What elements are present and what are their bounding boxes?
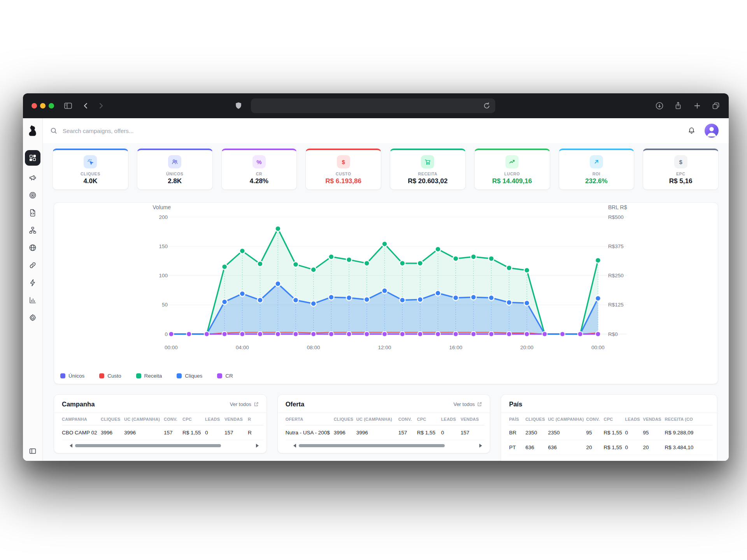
- user-avatar[interactable]: [705, 124, 719, 138]
- ver-todos-link[interactable]: Ver todos: [453, 401, 482, 407]
- notifications-button[interactable]: [687, 126, 696, 135]
- kpi-value: R$ 6.193,86: [325, 177, 361, 185]
- scroll-left-arrow[interactable]: [293, 444, 296, 448]
- target-icon: [28, 191, 37, 200]
- megaphone-icon: [28, 173, 37, 182]
- kpi-label: ÚNICOS: [166, 172, 183, 176]
- legend-swatch: [136, 373, 141, 378]
- kpi-card-roi: ROI 232.6%: [559, 149, 635, 190]
- sidebar-item-landers[interactable]: [25, 204, 40, 221]
- scroll-right-arrow[interactable]: [479, 444, 482, 448]
- app-body: CLIQUES 4.0K ÚNICOS 2.8K % CR 4.28%: [23, 118, 729, 461]
- kpi-value: 4.0K: [83, 177, 97, 185]
- svg-text:R$500: R$500: [608, 214, 624, 220]
- table-row[interactable]: CBO CAMP 0239963996157R$ 1,550157R: [62, 425, 263, 440]
- app-header: [43, 118, 729, 144]
- kpi-value: R$ 5,16: [669, 177, 693, 185]
- table-row[interactable]: BR2350235095R$ 1,55095R$ 9.288,09: [509, 425, 712, 440]
- svg-text:100: 100: [159, 273, 168, 278]
- cursor-click-icon: [84, 155, 97, 168]
- reload-icon[interactable]: [482, 101, 491, 110]
- trend-up-icon: [505, 155, 519, 168]
- lightning-icon: [28, 278, 37, 287]
- horizontal-scrollbar[interactable]: [75, 444, 253, 448]
- dashboard-main: CLIQUES 4.0K ÚNICOS 2.8K % CR 4.28%: [43, 143, 729, 461]
- pais-card: País PAÍSCLIQUESUC (CAMPANHA)CONV.CPCLEA…: [501, 394, 717, 461]
- browser-sidebar-toggle-icon[interactable]: [63, 101, 73, 110]
- share-icon[interactable]: [673, 101, 683, 110]
- kpi-label: RECEITA: [418, 172, 438, 176]
- svg-text:50: 50: [162, 302, 168, 308]
- new-tab-icon[interactable]: [693, 101, 702, 110]
- scrollbar-thumb[interactable]: [75, 444, 221, 447]
- legend-swatch: [99, 373, 104, 378]
- back-icon[interactable]: [81, 101, 91, 110]
- legend-item-receita[interactable]: Receita: [136, 373, 162, 379]
- sidebar-item-reports[interactable]: [25, 291, 40, 309]
- bar-chart-icon: [28, 296, 37, 304]
- table-header-row: PAÍSCLIQUESUC (CAMPANHA)CONV.CPCLEADSVEN…: [509, 413, 712, 425]
- kpi-value: 232.6%: [585, 177, 608, 185]
- legend-swatch: [177, 373, 182, 378]
- horizontal-scrollbar[interactable]: [299, 444, 477, 448]
- sidebar-item-links[interactable]: [25, 256, 40, 274]
- browser-chrome: [23, 93, 729, 118]
- kpi-card-cr: % CR 4.28%: [221, 149, 297, 190]
- kpi-row: CLIQUES 4.0K ÚNICOS 2.8K % CR 4.28%: [53, 149, 719, 190]
- gear-icon: [28, 313, 37, 322]
- legend-swatch: [60, 373, 65, 378]
- kpi-card-unicos: ÚNICOS 2.8K: [137, 149, 213, 190]
- minimize-window-button[interactable]: [40, 103, 46, 108]
- search-icon: [50, 127, 58, 135]
- table-title: Oferta: [286, 401, 305, 408]
- percent-icon: %: [253, 155, 266, 168]
- table-row[interactable]: Nutra - USA - 200$39963996157R$ 1,550157: [286, 425, 484, 440]
- svg-text:Volume: Volume: [153, 204, 171, 210]
- downloads-icon[interactable]: [655, 101, 664, 110]
- table-header-row: OFERTACLIQUESUC (CAMPANHA)CONV.CPCLEADSV…: [286, 413, 484, 425]
- sidebar-item-campaigns[interactable]: [25, 169, 40, 186]
- desktop: CLIQUES 4.0K ÚNICOS 2.8K % CR 4.28%: [0, 0, 747, 560]
- sidebar-item-settings[interactable]: [25, 309, 40, 326]
- zoom-window-button[interactable]: [49, 103, 54, 108]
- legend-item-cr[interactable]: CR: [217, 373, 233, 379]
- app-logo[interactable]: [23, 118, 42, 143]
- sidebar-item-domains[interactable]: [25, 239, 40, 256]
- legend-item-cliques[interactable]: Cliques: [177, 373, 202, 379]
- sidebar-collapse-button[interactable]: [23, 447, 42, 455]
- sidebar-item-flows[interactable]: [25, 221, 40, 239]
- forward-icon[interactable]: [96, 101, 105, 110]
- kpi-card-receita: RECEITA R$ 20.603,02: [390, 149, 466, 190]
- tab-overview-icon[interactable]: [711, 101, 721, 110]
- table-header-row: CAMPANHACLIQUESUC (CAMPANHA)CONV.CPCLEAD…: [62, 413, 263, 425]
- scroll-right-arrow[interactable]: [256, 444, 259, 448]
- svg-text:20:00: 20:00: [520, 345, 533, 350]
- kpi-value: R$ 14.409,16: [492, 177, 532, 185]
- avatar-person-icon: [705, 124, 719, 138]
- kpi-value: 2.8K: [168, 177, 182, 185]
- address-bar[interactable]: [251, 98, 495, 113]
- svg-text:200: 200: [159, 214, 168, 220]
- sidebar-item-offers[interactable]: [25, 186, 40, 204]
- external-link-icon: [254, 402, 259, 407]
- search-input[interactable]: [62, 127, 227, 135]
- legend-item-custo[interactable]: Custo: [99, 373, 121, 379]
- cart-icon: [421, 155, 434, 168]
- scroll-left-arrow[interactable]: [70, 444, 72, 448]
- svg-text:00:00: 00:00: [591, 345, 605, 350]
- shield-icon[interactable]: [234, 101, 243, 110]
- table-row[interactable]: PT63663620R$ 1,55020R$ 3.484,10: [509, 440, 712, 455]
- globe-icon: [28, 243, 37, 252]
- ver-todos-link[interactable]: Ver todos: [230, 401, 259, 407]
- sidebar-item-dashboard[interactable]: [25, 150, 40, 166]
- sidebar-item-automations[interactable]: [25, 274, 40, 291]
- close-window-button[interactable]: [32, 103, 37, 108]
- legend-item-unicos[interactable]: Únicos: [60, 373, 84, 379]
- kpi-label: CUSTO: [336, 172, 351, 176]
- kpi-card-custo: $ CUSTO R$ 6.193,86: [305, 149, 381, 190]
- traffic-chart[interactable]: 0R$050R$125100R$250150R$375200R$500Volum…: [54, 203, 718, 384]
- kpi-label: CLIQUES: [81, 172, 100, 176]
- legend-label: Cliques: [185, 373, 202, 379]
- global-search[interactable]: [50, 127, 687, 135]
- scrollbar-thumb[interactable]: [299, 444, 445, 447]
